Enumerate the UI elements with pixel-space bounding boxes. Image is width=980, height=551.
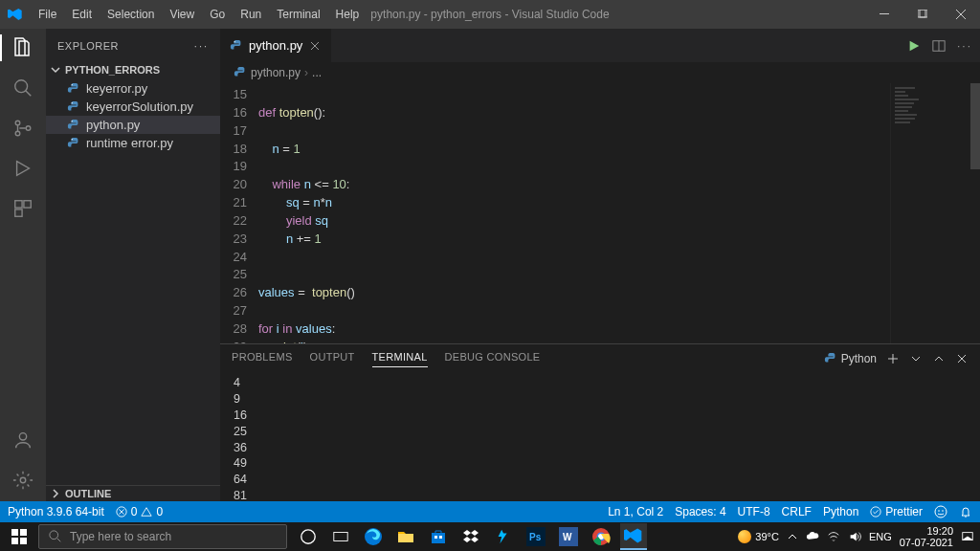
editor-area: python.py ··· python.py › ... 1516171819…: [220, 29, 980, 501]
status-language[interactable]: Python: [823, 505, 858, 518]
status-bell-icon[interactable]: [959, 505, 972, 518]
chevron-right-icon: [50, 488, 61, 499]
status-cursor-pos[interactable]: Ln 1, Col 2: [608, 505, 663, 518]
status-problems[interactable]: 0 0: [116, 505, 163, 518]
menu-help[interactable]: Help: [328, 0, 368, 29]
tray-expand-icon[interactable]: [787, 531, 798, 542]
editor-content[interactable]: 151617181920212223242526272829 def topte…: [220, 83, 980, 343]
file-item[interactable]: keyerrorSolution.py: [46, 98, 220, 116]
minimap[interactable]: [890, 83, 967, 343]
menu-run[interactable]: Run: [233, 0, 269, 29]
run-debug-icon[interactable]: [11, 157, 34, 180]
system-tray: 39°C ENG 19:2007-07-2021: [738, 525, 974, 548]
status-feedback-icon[interactable]: [934, 505, 947, 518]
maximize-panel-icon[interactable]: [932, 352, 946, 365]
cortana-icon[interactable]: [295, 523, 322, 550]
scrollbar-vertical[interactable]: [967, 83, 980, 343]
panel-tab-debug-console[interactable]: DEBUG CONSOLE: [445, 351, 541, 366]
extensions-icon[interactable]: [11, 197, 34, 220]
onedrive-icon[interactable]: [806, 530, 819, 543]
svg-point-23: [942, 510, 944, 512]
menu-edit[interactable]: Edit: [64, 0, 100, 29]
dropbox-icon[interactable]: [457, 523, 484, 550]
source-control-icon[interactable]: [11, 117, 34, 140]
status-python-version[interactable]: Python 3.9.6 64-bit: [8, 505, 104, 518]
panel-tab-problems[interactable]: PROBLEMS: [232, 351, 293, 366]
start-button[interactable]: [0, 522, 38, 551]
status-spaces[interactable]: Spaces: 4: [675, 505, 725, 518]
weather-widget[interactable]: 39°C: [738, 530, 779, 543]
status-encoding[interactable]: UTF-8: [738, 505, 770, 518]
menu-go[interactable]: Go: [202, 0, 233, 29]
task-view-icon[interactable]: [327, 523, 354, 550]
sidebar-more-icon[interactable]: ···: [194, 40, 209, 52]
svg-point-21: [935, 506, 947, 518]
settings-icon[interactable]: [11, 469, 34, 492]
breadcrumb[interactable]: python.py › ...: [220, 62, 980, 83]
close-button[interactable]: [942, 0, 980, 29]
terminal-content[interactable]: 49162536496481100PS C:\Users\ayushi trip…: [220, 373, 980, 501]
clock[interactable]: 19:2007-07-2021: [900, 525, 953, 548]
svg-rect-2: [920, 10, 927, 17]
status-prettier[interactable]: Prettier: [870, 505, 923, 518]
window-title: python.py - python_errors - Visual Studi…: [370, 8, 609, 21]
close-icon[interactable]: [308, 39, 322, 53]
file-tree: keyerror.pykeyerrorSolution.pypython.pyr…: [46, 77, 220, 485]
svg-rect-34: [434, 536, 437, 539]
window-controls: [865, 0, 980, 29]
svg-point-10: [19, 433, 26, 440]
status-eol[interactable]: CRLF: [782, 505, 812, 518]
svg-point-20: [871, 507, 880, 517]
store-icon[interactable]: [425, 523, 452, 550]
shell-name: Python: [841, 352, 877, 365]
volume-icon[interactable]: [848, 530, 861, 543]
notifications-icon[interactable]: [961, 530, 974, 543]
code-lines[interactable]: def topten(): n = 1 while n <= 10: sq = …: [258, 83, 980, 343]
menu-file[interactable]: File: [31, 0, 64, 29]
accounts-icon[interactable]: [11, 429, 34, 452]
terminal-shell-select[interactable]: Python: [824, 352, 877, 365]
explorer-icon[interactable]: [11, 36, 34, 59]
minimize-button[interactable]: [865, 0, 903, 29]
file-item[interactable]: runtime error.py: [46, 134, 220, 152]
vscode-logo-icon: [8, 7, 23, 22]
chevron-down-icon[interactable]: [909, 352, 923, 365]
more-actions-icon[interactable]: ···: [957, 39, 972, 53]
language-indicator[interactable]: ENG: [869, 531, 892, 542]
chrome-icon[interactable]: [588, 523, 614, 550]
panel-tab-output[interactable]: OUTPUT: [310, 351, 355, 366]
warning-icon: [141, 506, 152, 518]
svg-rect-0: [880, 13, 889, 14]
svg-point-3: [15, 80, 28, 93]
menu-selection[interactable]: Selection: [100, 0, 162, 29]
app-icon[interactable]: [490, 523, 517, 550]
photoshop-icon[interactable]: Ps: [523, 523, 549, 550]
panel: PROBLEMSOUTPUTTERMINALDEBUG CONSOLE Pyth…: [220, 343, 980, 501]
search-icon[interactable]: [11, 77, 34, 99]
svg-rect-27: [20, 538, 27, 544]
add-terminal-icon[interactable]: [886, 352, 900, 365]
tab-python-py[interactable]: python.py: [220, 29, 332, 62]
menu-terminal[interactable]: Terminal: [269, 0, 327, 29]
split-editor-icon[interactable]: [932, 39, 946, 53]
taskbar-search[interactable]: Type here to search: [38, 524, 287, 549]
maximize-button[interactable]: [903, 0, 942, 29]
wifi-icon[interactable]: [827, 530, 840, 543]
svg-point-22: [938, 510, 940, 512]
search-icon: [49, 530, 62, 543]
python-file-icon: [234, 66, 247, 79]
outline-section-header[interactable]: OUTLINE: [46, 485, 220, 501]
file-explorer-icon[interactable]: [392, 523, 419, 550]
svg-rect-9: [15, 209, 22, 216]
menu-view[interactable]: View: [162, 0, 202, 29]
project-section-header[interactable]: PYTHON_ERRORS: [46, 62, 220, 77]
run-icon[interactable]: [907, 39, 921, 53]
status-bar: Python 3.9.6 64-bit 0 0 Ln 1, Col 2 Spac…: [0, 501, 980, 522]
file-item[interactable]: keyerror.py: [46, 79, 220, 98]
file-item[interactable]: python.py: [46, 116, 220, 134]
close-panel-icon[interactable]: [955, 352, 969, 365]
edge-icon[interactable]: [360, 523, 387, 550]
vscode-taskbar-icon[interactable]: [620, 523, 647, 550]
panel-tab-terminal[interactable]: TERMINAL: [372, 351, 428, 367]
word-icon[interactable]: W: [555, 523, 582, 550]
